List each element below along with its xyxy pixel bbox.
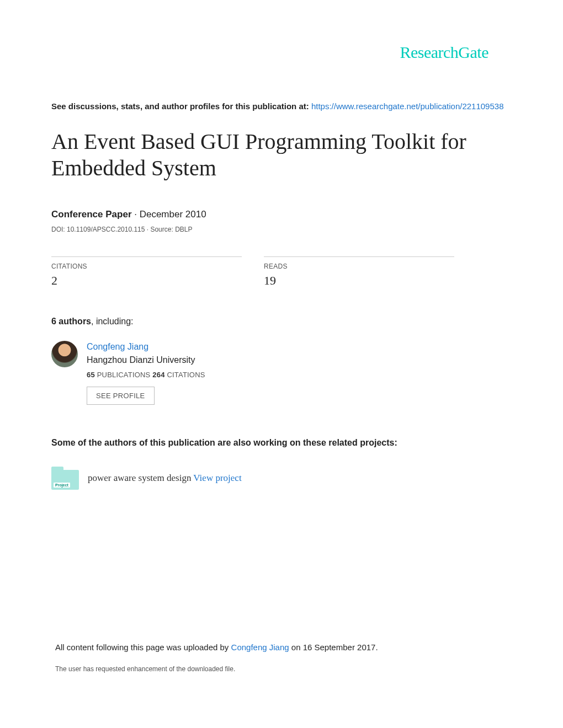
view-project-link[interactable]: View project bbox=[193, 473, 241, 483]
authors-suffix: , including: bbox=[91, 317, 134, 326]
reads-stat: READS 19 bbox=[264, 256, 454, 288]
intro-line: See discussions, stats, and author profi… bbox=[51, 101, 512, 111]
reads-value: 19 bbox=[264, 274, 454, 288]
project-name: power aware system design bbox=[88, 473, 193, 483]
citations-label: CITATIONS bbox=[51, 263, 242, 270]
author-cits-label: CITATIONS bbox=[165, 371, 205, 379]
doi-source: DOI: 10.1109/APSCC.2010.115 · Source: DB… bbox=[51, 226, 512, 233]
author-card: Congfeng Jiang Hangzhou Dianzi Universit… bbox=[51, 341, 512, 405]
publication-type: Conference Paper bbox=[51, 209, 132, 220]
project-icon-label: Project bbox=[54, 483, 70, 488]
footer-suffix: on 16 September 2017. bbox=[289, 643, 378, 652]
publication-link[interactable]: https://www.researchgate.net/publication… bbox=[311, 101, 504, 111]
publication-date: December 2010 bbox=[140, 209, 206, 220]
author-pubs-count: 65 bbox=[87, 371, 95, 379]
project-line: power aware system design View project bbox=[88, 473, 242, 484]
related-projects-heading: Some of the authors of this publication … bbox=[51, 438, 512, 448]
page-footer: All content following this page was uplo… bbox=[0, 643, 563, 673]
author-stats: 65 PUBLICATIONS 264 CITATIONS bbox=[87, 371, 205, 379]
reads-label: READS bbox=[264, 263, 454, 270]
authors-count: 6 authors bbox=[51, 317, 91, 326]
see-profile-button[interactable]: SEE PROFILE bbox=[87, 387, 155, 405]
author-affiliation: Hangzhou Dianzi University bbox=[87, 355, 205, 365]
enhancement-note: The user has requested enhancement of th… bbox=[55, 665, 508, 673]
citations-stat: CITATIONS 2 bbox=[51, 256, 242, 288]
project-folder-icon: Project bbox=[51, 467, 79, 490]
authors-summary: 6 authors, including: bbox=[51, 317, 512, 326]
footer-prefix: All content following this page was uplo… bbox=[55, 643, 231, 652]
author-cits-count: 264 bbox=[152, 371, 164, 379]
publication-meta: Conference Paper · December 2010 bbox=[51, 209, 512, 220]
paper-title: An Event Based GUI Programming Toolkit f… bbox=[51, 129, 512, 181]
author-pubs-label: PUBLICATIONS bbox=[95, 371, 152, 379]
project-row: Project power aware system design View p… bbox=[51, 467, 512, 490]
meta-separator: · bbox=[134, 209, 139, 220]
upload-attribution: All content following this page was uplo… bbox=[55, 643, 508, 652]
citations-value: 2 bbox=[51, 274, 242, 288]
intro-text: See discussions, stats, and author profi… bbox=[51, 101, 311, 111]
brand-logo: ResearchGate bbox=[51, 43, 488, 62]
uploader-link[interactable]: Congfeng Jiang bbox=[231, 643, 289, 652]
author-avatar[interactable] bbox=[51, 341, 78, 367]
stats-row: CITATIONS 2 READS 19 bbox=[51, 256, 512, 288]
author-name-link[interactable]: Congfeng Jiang bbox=[87, 342, 205, 352]
